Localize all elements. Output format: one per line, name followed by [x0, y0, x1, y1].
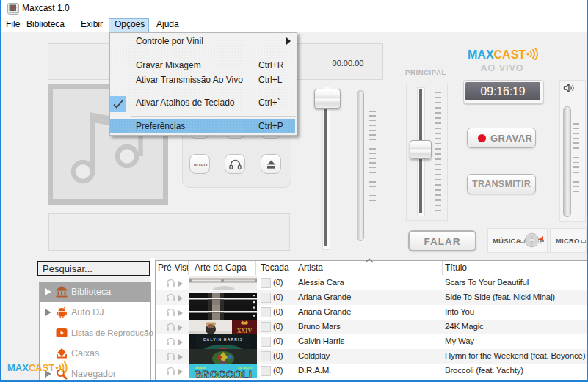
svg-text:CALVIN HARRIS: CALVIN HARRIS	[203, 337, 243, 342]
svg-text:XXIV: XXIV	[237, 328, 253, 334]
svg-text:BROCCOLI: BROCCOLI	[195, 369, 253, 378]
